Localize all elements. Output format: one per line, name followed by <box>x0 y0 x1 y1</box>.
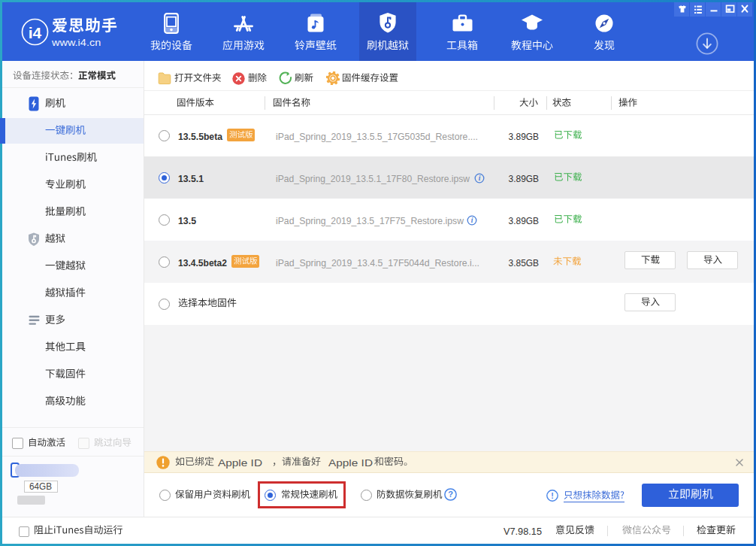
svg-text:i: i <box>470 217 473 224</box>
svg-text:?: ? <box>448 490 453 499</box>
svg-text:!: ! <box>551 491 554 500</box>
svg-text:i: i <box>479 174 481 182</box>
